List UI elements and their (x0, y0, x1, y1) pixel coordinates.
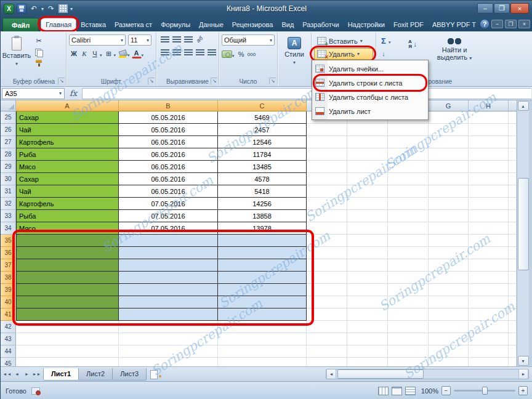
cell-G43[interactable] (429, 333, 469, 345)
cell-E27[interactable] (347, 136, 388, 148)
font-color-icon[interactable]: А (132, 49, 142, 58)
file-tab[interactable]: Файл (2, 18, 39, 31)
align-center-icon[interactable] (172, 49, 181, 55)
cell-D40[interactable] (307, 296, 347, 308)
page-layout-view-icon[interactable] (392, 387, 402, 395)
minimize-button[interactable]: − (477, 3, 493, 14)
cell-F36[interactable] (388, 247, 429, 259)
cell-C34[interactable]: 13978 (218, 222, 307, 235)
select-all-corner[interactable] (1, 100, 16, 111)
cell-E32[interactable] (347, 198, 388, 210)
align-left-icon[interactable] (161, 49, 169, 55)
cell-G42[interactable] (429, 321, 469, 333)
column-header-C[interactable]: C (218, 100, 307, 111)
cell-C31[interactable]: 5418 (218, 185, 307, 198)
cell-F37[interactable] (388, 259, 429, 272)
cell-G38[interactable] (429, 272, 469, 284)
autosum-icon[interactable]: Σ (379, 36, 389, 46)
cell-B43[interactable] (119, 333, 218, 345)
fill-icon[interactable]: ↓ (379, 49, 389, 58)
cell-E41[interactable] (347, 308, 388, 321)
name-box[interactable]: A35 ▾ (2, 88, 65, 99)
cell-A34[interactable]: Мясо (16, 222, 119, 235)
cell-C40[interactable] (218, 296, 307, 308)
cell-D38[interactable] (307, 272, 347, 284)
cell-D34[interactable] (307, 222, 347, 235)
row-header-32[interactable]: 32 (1, 198, 16, 210)
cell-D26[interactable] (307, 124, 347, 136)
horizontal-scrollbar[interactable]: ◄ ► (326, 369, 529, 379)
sheet-tab-2[interactable]: Лист2 (78, 368, 113, 381)
cell-F34[interactable] (388, 222, 429, 235)
cut-icon[interactable]: ✂ (34, 36, 44, 46)
cell-E43[interactable] (347, 333, 388, 345)
row-header-29[interactable]: 29 (1, 161, 16, 173)
font-dialog-launcher[interactable]: ↘ (148, 78, 155, 84)
page-break-view-icon[interactable] (405, 387, 416, 395)
normal-view-icon[interactable] (378, 387, 389, 395)
cell-B44[interactable] (119, 345, 218, 358)
cell-E39[interactable] (347, 284, 388, 296)
cell-D36[interactable] (307, 247, 347, 259)
cell-G29[interactable] (429, 161, 469, 173)
chevron-down-icon[interactable]: ▾ (232, 54, 235, 58)
cell-C35[interactable] (218, 235, 307, 247)
clipboard-dialog-launcher[interactable]: ↘ (58, 78, 65, 84)
cell-A26[interactable]: Чай (16, 124, 119, 136)
ribbon-tab-3[interactable]: Разметка ст (110, 18, 156, 31)
cell-E42[interactable] (347, 321, 388, 333)
wrap-text-icon[interactable] (208, 49, 216, 55)
cell-A36[interactable] (16, 247, 119, 259)
cell-H29[interactable] (469, 161, 509, 173)
cell-C29[interactable]: 13485 (218, 161, 307, 173)
cell-B42[interactable] (119, 321, 218, 333)
cell-A42[interactable] (16, 321, 119, 333)
row-header-41[interactable]: 41 (1, 308, 16, 321)
cell-H41[interactable] (469, 308, 509, 321)
row-header-39[interactable]: 39 (1, 284, 16, 296)
cell-B40[interactable] (119, 296, 218, 308)
cell-D45[interactable] (307, 358, 347, 366)
chevron-down-icon[interactable]: ▾ (127, 53, 130, 58)
chevron-down-icon[interactable]: ▾ (389, 40, 391, 45)
styles-button[interactable]: А Стили▾ (280, 34, 308, 76)
cell-B27[interactable]: 06.05.2016 (119, 136, 218, 148)
cell-F33[interactable] (388, 210, 429, 222)
cell-D44[interactable] (307, 345, 347, 358)
cell-A25[interactable]: Сахар (16, 111, 119, 124)
row-header-28[interactable]: 28 (1, 148, 16, 161)
scroll-down-icon[interactable]: ▼ (518, 356, 529, 366)
cell-G34[interactable] (429, 222, 469, 235)
borders-icon[interactable]: ⊞ (104, 49, 114, 58)
cell-B29[interactable]: 06.05.2016 (119, 161, 218, 173)
cell-H25[interactable] (469, 111, 509, 124)
vertical-scrollbar[interactable]: ▲ ▼ (517, 100, 529, 366)
cell-H35[interactable] (469, 235, 509, 247)
cell-B25[interactable]: 05.05.2016 (119, 111, 218, 124)
cell-A29[interactable]: Мясо (16, 161, 119, 173)
cell-E34[interactable] (347, 222, 388, 235)
cell-C36[interactable] (218, 247, 307, 259)
cell-D29[interactable] (307, 161, 347, 173)
font-size-select[interactable]: 11▾ (128, 34, 151, 46)
cell-B41[interactable] (119, 308, 218, 321)
cell-E30[interactable] (347, 173, 388, 185)
row-header-30[interactable]: 30 (1, 173, 16, 185)
cell-A30[interactable]: Сахар (16, 173, 119, 185)
find-select-button[interactable]: Найти и выделить ▾ (430, 34, 478, 76)
maximize-button[interactable]: ❐ (494, 3, 510, 14)
cell-F45[interactable] (388, 358, 429, 366)
cell-A27[interactable]: Картофель (16, 136, 119, 148)
cell-A41[interactable] (16, 308, 119, 321)
workbook-restore-button[interactable]: ❐ (505, 20, 517, 28)
cell-A44[interactable] (16, 345, 119, 358)
cell-D33[interactable] (307, 210, 347, 222)
column-header-H[interactable]: H (469, 100, 509, 111)
orientation-icon[interactable]: аб (194, 34, 206, 45)
row-header-42[interactable]: 42 (1, 321, 16, 333)
cell-G27[interactable] (429, 136, 469, 148)
row-header-45[interactable]: 45 (1, 358, 16, 366)
cell-B33[interactable]: 07.05.2016 (119, 210, 218, 222)
cell-C33[interactable]: 13858 (218, 210, 307, 222)
menu-item-1[interactable]: Удалить ячейки... (313, 62, 427, 76)
